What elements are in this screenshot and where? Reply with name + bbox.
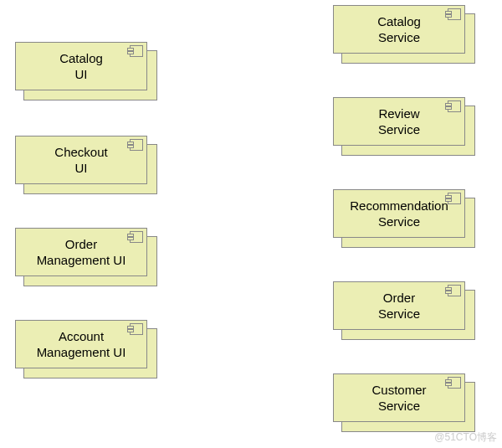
uml-component-icon: [130, 139, 143, 151]
component-label: OrderService: [378, 290, 420, 322]
component-label: AccountManagement UI: [37, 328, 126, 361]
uml-component-icon: [448, 285, 461, 296]
component-label: CatalogService: [377, 13, 421, 46]
component-label: OrderManagement UI: [37, 236, 126, 269]
uml-component-icon: [448, 377, 461, 389]
architecture-diagram: CatalogUI CheckoutUI OrderManagement UI …: [0, 0, 502, 448]
component-label: RecommendationService: [350, 198, 448, 230]
uml-component-icon: [448, 193, 461, 204]
uml-component-icon: [130, 231, 143, 243]
component-label: CatalogUI: [59, 50, 103, 83]
uml-component-icon: [448, 8, 461, 20]
component-label: ReviewService: [378, 106, 420, 138]
uml-component-icon: [130, 323, 143, 335]
component-label: CustomerService: [371, 382, 426, 415]
uml-component-icon: [448, 100, 461, 112]
component-label: CheckoutUI: [54, 144, 107, 177]
uml-component-icon: [130, 45, 143, 57]
watermark: @51CTO博客: [434, 430, 497, 445]
